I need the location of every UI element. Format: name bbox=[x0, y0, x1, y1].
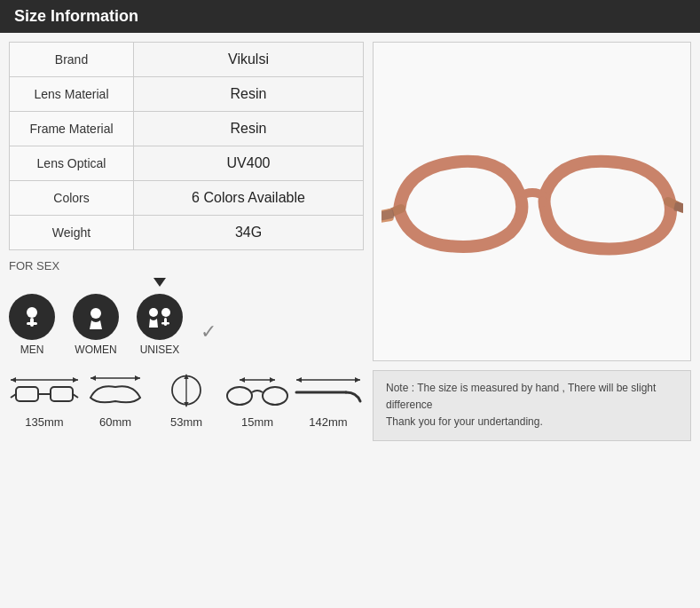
table-label: Colors bbox=[10, 181, 134, 216]
sex-item-women: WOMEN bbox=[73, 278, 119, 356]
svg-marker-30 bbox=[355, 377, 360, 383]
sex-item-men: MEN bbox=[9, 278, 55, 356]
svg-marker-17 bbox=[90, 375, 96, 381]
table-row: Lens Optical UV400 bbox=[10, 146, 364, 181]
table-label: Lens Optical bbox=[10, 146, 134, 181]
glasses-image bbox=[373, 42, 691, 361]
table-value: 34G bbox=[134, 216, 364, 250]
table-value: 6 Colors Available bbox=[134, 181, 364, 216]
svg-rect-6 bbox=[164, 318, 167, 326]
svg-rect-12 bbox=[51, 387, 73, 401]
men-label: MEN bbox=[20, 343, 44, 356]
measurement-label-2: 53mm bbox=[170, 415, 202, 429]
measurement-label-1: 60mm bbox=[99, 415, 131, 429]
svg-marker-10 bbox=[73, 377, 78, 383]
glasses-svg bbox=[381, 113, 683, 290]
note-box: Note : The size is measured by hand , Th… bbox=[373, 370, 691, 441]
table-row: Frame Material Resin bbox=[10, 112, 364, 146]
svg-point-4 bbox=[149, 308, 158, 317]
for-sex-label: FOR SEX bbox=[9, 259, 364, 272]
table-label: Brand bbox=[10, 43, 134, 77]
svg-rect-7 bbox=[161, 322, 169, 325]
svg-point-27 bbox=[263, 387, 287, 405]
measurement-label-3: 15mm bbox=[241, 415, 273, 429]
measurement-temple: 142mm bbox=[293, 370, 364, 429]
right-panel: Note : The size is measured by hand , Th… bbox=[373, 42, 691, 441]
table-label: Frame Material bbox=[10, 112, 134, 146]
svg-marker-29 bbox=[296, 377, 302, 383]
table-value: Resin bbox=[134, 112, 364, 146]
sex-icons: MEN WOMEN bbox=[9, 278, 364, 356]
men-icon bbox=[9, 294, 55, 340]
table-value: UV400 bbox=[134, 146, 364, 181]
measurement-label-0: 135mm bbox=[25, 415, 63, 429]
svg-marker-24 bbox=[240, 377, 245, 383]
svg-point-3 bbox=[90, 308, 101, 319]
svg-rect-2 bbox=[27, 322, 37, 325]
svg-point-26 bbox=[227, 387, 252, 405]
svg-rect-11 bbox=[16, 387, 38, 401]
unisex-label: UNISEX bbox=[140, 343, 180, 356]
svg-point-5 bbox=[161, 308, 170, 317]
page-header: Size Information bbox=[0, 0, 700, 33]
sex-section: FOR SEX MEN bbox=[9, 259, 364, 356]
measurement-label-4: 142mm bbox=[309, 415, 347, 429]
table-row: Lens Material Resin bbox=[10, 77, 364, 112]
measurement-total-width: 135mm bbox=[9, 370, 80, 429]
table-row: Colors 6 Colors Available bbox=[10, 181, 364, 216]
page-title: Size Information bbox=[14, 7, 138, 25]
note-line2: Thank you for your undertanding. bbox=[386, 414, 678, 430]
women-icon bbox=[73, 294, 119, 340]
sex-item-unisex: UNISEX bbox=[137, 278, 183, 356]
measurement-lens-height: 53mm bbox=[151, 370, 222, 429]
svg-point-37 bbox=[518, 196, 525, 207]
svg-marker-25 bbox=[270, 377, 275, 383]
measurement-lens-width: 60mm bbox=[80, 370, 151, 429]
table-row: Brand Vikulsi bbox=[10, 43, 364, 77]
women-label: WOMEN bbox=[75, 343, 116, 356]
selected-checkmark: ✓ bbox=[201, 320, 216, 356]
table-row: Weight 34G bbox=[10, 216, 364, 250]
svg-marker-18 bbox=[135, 375, 140, 381]
note-line1: Note : The size is measured by hand , Th… bbox=[386, 380, 678, 414]
measurements-section: 135mm 60mm bbox=[9, 370, 364, 429]
info-table: Brand Vikulsi Lens Material Resin Frame … bbox=[9, 42, 364, 250]
table-label: Lens Material bbox=[10, 77, 134, 112]
table-value: Vikulsi bbox=[134, 43, 364, 77]
table-label: Weight bbox=[10, 216, 134, 250]
table-value: Resin bbox=[134, 77, 364, 112]
svg-point-38 bbox=[539, 196, 547, 207]
measurement-bridge: 15mm bbox=[222, 370, 293, 429]
svg-point-0 bbox=[27, 307, 37, 318]
unisex-icon bbox=[137, 294, 183, 340]
selected-triangle bbox=[153, 278, 166, 287]
svg-marker-9 bbox=[11, 377, 16, 383]
